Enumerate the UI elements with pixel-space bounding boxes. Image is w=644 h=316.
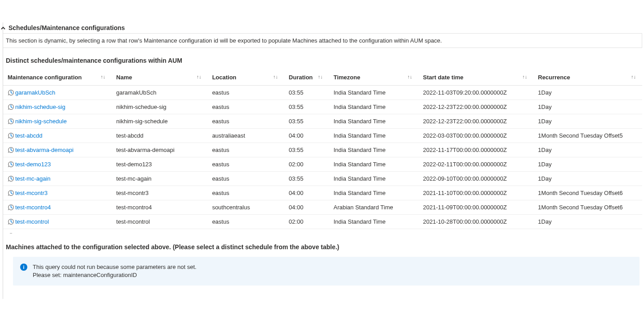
cell-name: test-abvarma-demoapi xyxy=(112,143,208,157)
svg-text:i: i xyxy=(23,264,24,270)
cell-name: garamakUbSch xyxy=(112,86,208,100)
config-link[interactable]: test-demo123 xyxy=(15,161,51,168)
cell-start: 2021-11-10T00:00:00.0000000Z xyxy=(419,186,534,200)
config-link[interactable]: test-mcontro4 xyxy=(15,204,51,211)
table-row[interactable]: test-mcontr3test-mcontr3eastus04:00India… xyxy=(3,186,642,200)
cell-recurrence: 1Day xyxy=(533,157,642,172)
cell-config: test-mcontr3 xyxy=(3,186,112,200)
chevron-up-icon xyxy=(0,25,6,30)
config-link[interactable]: test-mcontrol1 xyxy=(15,233,52,234)
sort-icon[interactable]: ↑↓ xyxy=(631,74,636,79)
cell-timezone: India Standard Time xyxy=(329,229,419,234)
cell-timezone: India Standard Time xyxy=(329,100,419,114)
cell-name: test-mcontr3 xyxy=(112,186,208,200)
cell-start: 2021-10-27T00:00:00.0000000Z xyxy=(419,229,534,234)
cell-name: test-mcontro4 xyxy=(112,200,208,215)
cell-recurrence: 1Month Second Tuesday Offset5 xyxy=(533,129,642,143)
info-line-1: This query could not run because some pa… xyxy=(33,263,197,271)
sort-icon[interactable]: ↑↓ xyxy=(522,74,527,79)
maintenance-config-icon xyxy=(8,104,14,110)
section-description: This section is dynamic, by selecting a … xyxy=(3,33,642,48)
column-header-label: Name xyxy=(116,74,132,81)
cell-duration: 02:00 xyxy=(284,229,329,234)
cell-location: eastus xyxy=(208,215,284,229)
config-link[interactable]: test-mcontrol xyxy=(15,218,49,225)
table-row[interactable]: nikhim-schedue-signikhim-schedue-sigeast… xyxy=(3,100,642,114)
cell-location: eastus xyxy=(208,114,284,129)
cell-duration: 02:00 xyxy=(284,157,329,172)
maintenance-config-icon xyxy=(8,175,14,182)
column-header-3[interactable]: Duration↑↓ xyxy=(284,70,329,86)
cell-recurrence: 1Day xyxy=(533,100,642,114)
cell-timezone: India Standard Time xyxy=(329,143,419,157)
cell-start: 2021-11-09T00:00:00.0000000Z xyxy=(419,200,534,215)
cell-location: eastus xyxy=(208,229,284,234)
maintenance-config-icon xyxy=(8,190,14,196)
table-row[interactable]: test-mc-againtest-mc-againeastus03:55Ind… xyxy=(3,172,642,186)
table-row[interactable]: test-mcontrol1test-mcontrol1eastus02:00I… xyxy=(3,229,642,234)
config-link[interactable]: nikhim-schedue-sig xyxy=(15,104,65,110)
cell-name: test-abcdd xyxy=(112,129,208,143)
cell-config: test-mcontrol1 xyxy=(3,229,112,234)
section-header-toggle[interactable]: Schedules/Maintenance configurations xyxy=(0,22,644,33)
cell-config: test-demo123 xyxy=(3,157,112,172)
column-header-label: Timezone xyxy=(334,74,361,81)
cell-config: test-abvarma-demoapi xyxy=(3,143,112,157)
cell-duration: 02:00 xyxy=(284,215,329,229)
cell-start: 2022-11-03T09:20:00.0000000Z xyxy=(419,86,534,100)
config-link[interactable]: test-mcontr3 xyxy=(15,190,47,196)
column-header-label: Location xyxy=(212,74,236,81)
maintenance-config-icon xyxy=(8,89,14,96)
sort-icon[interactable]: ↑↓ xyxy=(197,74,202,79)
maintenance-config-icon xyxy=(8,233,14,234)
cell-location: eastus xyxy=(208,157,284,172)
cell-location: southcentralus xyxy=(208,200,284,215)
cell-duration: 03:55 xyxy=(284,100,329,114)
info-line-2: Please set: maintenanceConfigurationID xyxy=(33,271,197,279)
maintenance-config-icon xyxy=(8,147,14,153)
column-header-label: Start date time xyxy=(423,74,464,81)
column-header-0[interactable]: Maintenance configuration↑↓ xyxy=(3,70,112,86)
table-row[interactable]: test-demo123test-demo123eastus02:00India… xyxy=(3,157,642,172)
table-row[interactable]: test-mcontro4test-mcontro4southcentralus… xyxy=(3,200,642,215)
cell-timezone: India Standard Time xyxy=(329,86,419,100)
table-section-title: Distinct schedules/maintenance configura… xyxy=(3,48,644,70)
config-link[interactable]: test-abcdd xyxy=(15,132,43,139)
column-header-label: Maintenance configuration xyxy=(8,74,82,81)
maintenance-config-icon xyxy=(8,132,14,139)
column-header-2[interactable]: Location↑↓ xyxy=(208,70,284,86)
column-header-5[interactable]: Start date time↑↓ xyxy=(419,70,534,86)
cell-name: test-mc-again xyxy=(112,172,208,186)
column-header-1[interactable]: Name↑↓ xyxy=(112,70,208,86)
table-row[interactable]: test-mcontroltest-mcontroleastus02:00Ind… xyxy=(3,215,642,229)
maintenance-config-icon xyxy=(8,118,14,125)
table-row[interactable]: test-abcddtest-abcddaustraliaeast04:00In… xyxy=(3,129,642,143)
sort-icon[interactable]: ↑↓ xyxy=(101,74,106,79)
cell-config: test-mcontro4 xyxy=(3,200,112,215)
cell-config: test-abcdd xyxy=(3,129,112,143)
maintenance-config-icon xyxy=(8,161,14,168)
config-link[interactable]: test-abvarma-demoapi xyxy=(15,147,73,153)
machines-section-title: Machines attached to the configuration s… xyxy=(3,234,644,257)
info-message-box: i This query could not run because some … xyxy=(13,257,640,286)
sort-icon[interactable]: ↑↓ xyxy=(318,74,323,79)
cell-timezone: India Standard Time xyxy=(329,114,419,129)
sort-icon[interactable]: ↑↓ xyxy=(273,74,278,79)
config-link[interactable]: test-mc-again xyxy=(15,175,51,182)
table-row[interactable]: test-abvarma-demoapitest-abvarma-demoapi… xyxy=(3,143,642,157)
cell-duration: 03:55 xyxy=(284,172,329,186)
config-link[interactable]: nikhim-sig-schedule xyxy=(15,118,67,125)
table-row[interactable]: garamakUbSchgaramakUbScheastus03:55India… xyxy=(3,86,642,100)
cell-duration: 04:00 xyxy=(284,129,329,143)
cell-recurrence: 1Day xyxy=(533,143,642,157)
config-link[interactable]: garamakUbSch xyxy=(15,89,56,96)
table-row[interactable]: nikhim-sig-schedulenikhim-sig-scheduleea… xyxy=(3,114,642,129)
cell-timezone: India Standard Time xyxy=(329,172,419,186)
sort-icon[interactable]: ↑↓ xyxy=(408,74,412,79)
column-header-4[interactable]: Timezone↑↓ xyxy=(329,70,419,86)
cell-duration: 03:55 xyxy=(284,86,329,100)
column-header-6[interactable]: Recurrence↑↓ xyxy=(533,70,642,86)
cell-recurrence: 1Month Second Tuesday Offset6 xyxy=(533,186,642,200)
cell-duration: 03:55 xyxy=(284,143,329,157)
cell-duration: 03:55 xyxy=(284,114,329,129)
